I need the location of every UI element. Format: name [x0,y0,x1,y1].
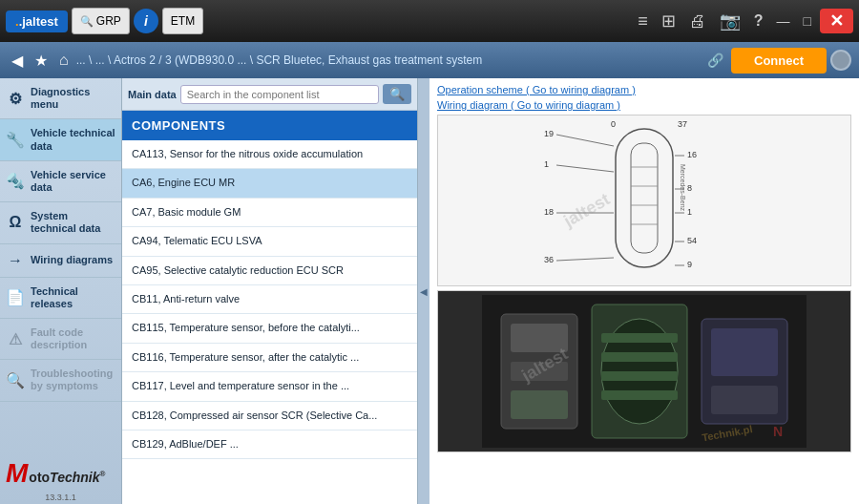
print-icon[interactable]: 🖨 [684,10,711,33]
camera-icon[interactable]: 📷 [715,9,745,33]
sidebar-item-wiring[interactable]: → Wiring diagrams [0,244,121,278]
component-list-item[interactable]: CA94, Telematic ECU LSVA [122,227,417,256]
svg-text:8: 8 [687,183,692,193]
help-icon[interactable]: ? [749,10,768,32]
sidebar-item-vehicle-service[interactable]: 🔩 Vehicle service data [0,161,121,202]
logo-m: M [6,458,28,489]
svg-rect-40 [711,386,778,414]
minimize-button[interactable]: — [772,11,795,31]
link-icon[interactable]: 🔗 [703,51,727,70]
component-list-item[interactable]: CB11, Anti-return valve [122,285,417,314]
sidebar: ⚙ Diagnostics menu 🔧 Vehicle technical d… [0,78,122,504]
svg-line-18 [556,135,614,146]
svg-text:N: N [773,424,783,439]
component-list-item[interactable]: CA95, Selective catalytic reduction ECU … [122,257,417,285]
svg-rect-0 [616,129,673,267]
breadcrumb: ... \ ... \ Actros 2 / 3 (WDB930.0 ... \… [76,53,700,67]
version-label: 13.3.1.1 [6,493,115,502]
right-panel: Operation scheme ( Go to wiring diagram … [430,78,859,504]
component-list-item[interactable]: CB115, Temperature sensor, before the ca… [122,314,417,343]
svg-rect-34 [601,333,678,343]
sidebar-item-technical-releases[interactable]: 📄 Technical releases [0,278,121,319]
connect-button[interactable]: Connect [731,48,827,74]
grid-icon[interactable]: ⊞ [657,9,681,33]
back-button[interactable]: ◀ [8,50,27,72]
svg-rect-37 [601,390,678,400]
svg-text:16: 16 [687,150,697,159]
sidebar-label-wiring: Wiring diagrams [31,254,113,266]
component-list-item[interactable]: CA6, Engine ECU MR [122,169,417,198]
component-list[interactable]: CA113, Sensor for the nitrous oxide accu… [122,140,417,504]
svg-rect-30 [511,362,568,381]
svg-line-21 [556,258,614,261]
search-icon: 🔍 [80,15,94,28]
svg-text:19: 19 [544,129,554,138]
component-photo-svg: Technik.pl N [482,295,807,448]
system-technical-icon: Ω [6,214,25,231]
operation-scheme-link[interactable]: Operation scheme ( Go to wiring diagram … [437,84,851,95]
technical-drawing: jaltest 19 1 18 [437,115,851,286]
sidebar-item-diagnostics[interactable]: ⚙ Diagnostics menu [0,78,121,119]
sidebar-item-troubleshooting: 🔍 Troubleshooting by symptoms [0,360,121,401]
component-list-item[interactable]: CA113, Sensor for the nitrous oxide accu… [122,140,417,169]
svg-rect-36 [601,371,678,381]
main-data-label: Main data [128,89,177,100]
jaltest-logo[interactable]: ..jaltest [6,10,68,32]
logo-area: M otoTechnik® 13.3.1.1 [0,454,121,504]
wiring-icon: → [6,252,25,269]
list-icon[interactable]: ≡ [633,10,653,33]
sidebar-item-fault-code: ⚠ Fault code description [0,319,121,360]
vehicle-technical-icon: 🔧 [6,131,25,149]
fault-icon: ⚠ [6,330,25,348]
component-list-item[interactable]: CB117, Level and temperature sensor in t… [122,372,417,401]
scr-diagram-svg: 19 1 18 36 0 37 16 8 1 54 9 M [539,119,749,282]
home-button[interactable]: ⌂ [55,50,73,71]
component-photo: jaltest [437,290,851,452]
component-list-item[interactable]: CA7, Basic module GM [122,199,417,227]
search-input[interactable] [180,85,379,104]
grp-button[interactable]: 🔍 🔍 GRP GRP [72,8,130,34]
svg-line-19 [556,165,614,172]
component-list-item[interactable]: CB128, Compressed air sensor SCR (Select… [122,402,417,430]
close-button[interactable]: ✕ [820,9,853,33]
top-toolbar: ..jaltest 🔍 🔍 GRP GRP i ETM ≡ ⊞ 🖨 📷 ? — … [0,0,859,42]
svg-text:1: 1 [544,159,549,169]
vehicle-service-icon: 🔩 [6,172,25,190]
svg-rect-39 [711,328,778,376]
diagram-area: jaltest 19 1 18 [437,115,851,452]
sidebar-label-vehicle-service: Vehicle service data [31,169,115,194]
component-list-item[interactable]: CB129, AdBlue/DEF ... [122,430,417,459]
sidebar-item-system-technical[interactable]: Ω System technical data [0,202,121,243]
svg-rect-1 [631,143,658,253]
center-panel: Main data 🔍 COMPONENTS CA113, Sensor for… [122,78,418,504]
restore-button[interactable]: □ [799,11,816,31]
svg-text:54: 54 [687,236,697,245]
releases-icon: 📄 [6,288,25,306]
info-button[interactable]: i [134,9,158,33]
sidebar-label-troubleshooting: Troubleshooting by symptoms [31,368,115,392]
sidebar-label-diagnostics: Diagnostics menu [31,86,115,111]
search-button[interactable]: 🔍 [383,84,411,104]
svg-text:Mercedes-Benz: Mercedes-Benz [680,164,686,212]
component-list-item[interactable]: CB116, Temperature sensor, after the cat… [122,344,417,372]
svg-text:37: 37 [678,119,687,129]
svg-text:0: 0 [611,119,616,129]
svg-text:1: 1 [687,207,692,217]
sidebar-item-vehicle-technical[interactable]: 🔧 Vehicle technical data [0,119,121,160]
main-content: ⚙ Diagnostics menu 🔧 Vehicle technical d… [0,78,859,504]
etm-button[interactable]: ETM [162,8,203,34]
bookmark-button[interactable]: ★ [31,50,52,72]
diagnostics-icon: ⚙ [6,90,25,108]
svg-text:36: 36 [544,255,554,264]
troubleshooting-icon: 🔍 [6,371,25,389]
svg-rect-31 [511,390,568,419]
sidebar-label-system-technical: System technical data [31,210,115,235]
wiring-diagram-link[interactable]: Wiring diagram ( Go to wiring diagram ) [437,99,851,111]
collapse-panel-button[interactable]: ◀ [418,78,430,504]
svg-text:9: 9 [687,260,692,269]
logo-text: otoTechnik® [29,470,105,485]
sidebar-label-fault: Fault code description [31,326,115,351]
signal-indicator [830,50,851,71]
components-header: COMPONENTS [122,111,417,140]
svg-rect-29 [511,324,568,352]
